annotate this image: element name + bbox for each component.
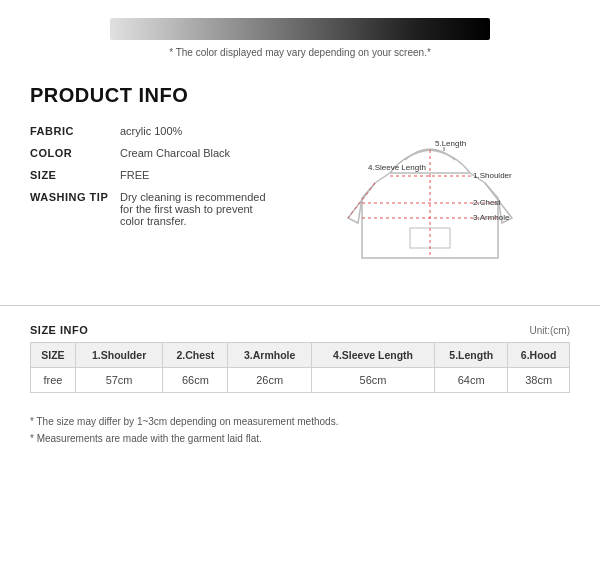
color-note: * The color displayed may vary depending… [169, 47, 431, 58]
note-2: * Measurements are made with the garment… [30, 430, 570, 447]
table-cell: 38cm [508, 368, 570, 393]
info-table-col: FABRIC acrylic 100% COLOR Cream Charcoal… [30, 125, 270, 285]
product-info-section: PRODUCT INFO FABRIC acrylic 100% COLOR C… [0, 66, 600, 295]
table-header-row: SIZE 1.Shoulder 2.Chest 3.Armhole 4.Slee… [31, 343, 570, 368]
table-cell: free [31, 368, 76, 393]
col-armhole: 3.Armhole [228, 343, 312, 368]
svg-text:2.Chest: 2.Chest [473, 198, 501, 207]
col-hood: 6.Hood [508, 343, 570, 368]
color-gradient-bar [110, 18, 490, 40]
table-cell: 64cm [435, 368, 508, 393]
color-value: Cream Charcoal Black [120, 147, 270, 159]
garment-diagram: 5.Length 4.Sleeve Length 1.Shoulder 2.Ch… [320, 128, 540, 283]
washing-value: Dry cleaning is recommended for the firs… [120, 191, 270, 227]
size-value: FREE [120, 169, 270, 181]
size-info-title: SIZE INFO [30, 324, 88, 336]
svg-text:1.Shoulder: 1.Shoulder [473, 171, 512, 180]
diagram-col: 5.Length 4.Sleeve Length 1.Shoulder 2.Ch… [290, 125, 570, 285]
col-sleeve-length: 4.Sleeve Length [311, 343, 434, 368]
col-size: SIZE [31, 343, 76, 368]
svg-text:5.Length: 5.Length [435, 139, 466, 148]
info-layout: FABRIC acrylic 100% COLOR Cream Charcoal… [30, 125, 570, 285]
product-info-title: PRODUCT INFO [30, 84, 570, 107]
info-row-size: SIZE FREE [30, 169, 270, 181]
info-row-color: COLOR Cream Charcoal Black [30, 147, 270, 159]
col-length: 5.Length [435, 343, 508, 368]
svg-text:3.Armhole: 3.Armhole [473, 213, 510, 222]
info-row-washing: WASHING TIP Dry cleaning is recommended … [30, 191, 270, 227]
washing-label: WASHING TIP [30, 191, 120, 203]
svg-text:4.Sleeve Length: 4.Sleeve Length [368, 163, 426, 172]
color-label: COLOR [30, 147, 120, 159]
table-cell: 56cm [311, 368, 434, 393]
size-label: SIZE [30, 169, 120, 181]
note-1: * The size may differ by 1~3cm depending… [30, 413, 570, 430]
col-shoulder: 1.Shoulder [75, 343, 163, 368]
table-cell: 57cm [75, 368, 163, 393]
color-bar-section: * The color displayed may vary depending… [0, 0, 600, 66]
info-row-fabric: FABRIC acrylic 100% [30, 125, 270, 137]
notes-section: * The size may differ by 1~3cm depending… [0, 403, 600, 461]
col-chest: 2.Chest [163, 343, 228, 368]
size-info-section: SIZE INFO Unit:(cm) SIZE 1.Shoulder 2.Ch… [0, 305, 600, 403]
fabric-label: FABRIC [30, 125, 120, 137]
table-cell: 66cm [163, 368, 228, 393]
size-info-header-row: SIZE INFO Unit:(cm) [30, 324, 570, 336]
unit-label: Unit:(cm) [529, 325, 570, 336]
fabric-value: acrylic 100% [120, 125, 270, 137]
size-table: SIZE 1.Shoulder 2.Chest 3.Armhole 4.Slee… [30, 342, 570, 393]
table-cell: 26cm [228, 368, 312, 393]
table-row: free57cm66cm26cm56cm64cm38cm [31, 368, 570, 393]
